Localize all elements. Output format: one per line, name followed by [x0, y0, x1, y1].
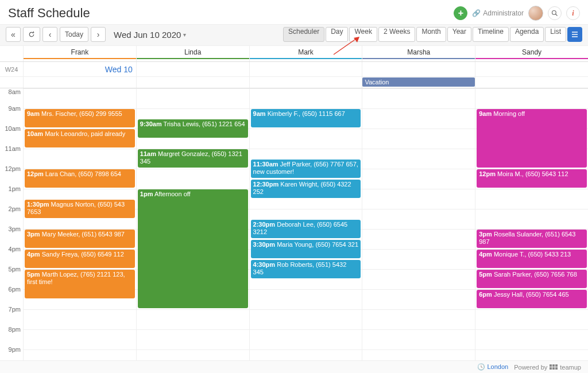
timezone-label[interactable]: London [487, 363, 508, 370]
allday-cell[interactable] [249, 77, 362, 88]
view-btn-agenda[interactable]: Agenda [510, 27, 544, 42]
event-time: 4pm [27, 251, 40, 258]
staff-name: Linda [184, 48, 201, 56]
view-btn-day[interactable]: Day [326, 27, 348, 42]
add-button[interactable]: + [454, 6, 467, 20]
view-btn-list[interactable]: List [545, 27, 566, 42]
date-cell[interactable] [362, 62, 475, 77]
menu-button[interactable] [567, 27, 582, 42]
event-time: 2:30pm [253, 221, 276, 228]
event[interactable]: 9am Mrs. Fischer, (650) 299 9555 [25, 109, 135, 127]
event-title: Kimberly F., (650) 1115 667 [268, 110, 345, 117]
staff-col-mark[interactable]: Mark [249, 46, 362, 61]
view-btn-week[interactable]: Week [349, 27, 377, 42]
event-time: 11am [140, 150, 156, 157]
first-button[interactable]: « [6, 27, 21, 42]
menu-icon [571, 30, 579, 38]
event[interactable]: 11am Margret Gonzalez, (650) 1321 345 [138, 149, 248, 168]
event-time: 1pm [140, 191, 153, 197]
toolbar-left: « ‹ Today › Wed Jun 10 2020 ▾ [6, 27, 186, 42]
allday-cell-marsha[interactable]: Vacation [362, 77, 475, 88]
event[interactable]: 3pm Rosella Sulander, (651) 6543 987 [477, 230, 587, 248]
event[interactable]: 11:30am Jeff Parker, (656) 7767 657, new… [251, 160, 361, 178]
admin-label: Administrator [483, 9, 524, 17]
allday-cell[interactable] [136, 77, 249, 88]
staff-col-marsha[interactable]: Marsha [362, 46, 475, 61]
event-time: 12:30pm [253, 181, 279, 188]
hour-label: 9pm [9, 346, 21, 353]
event[interactable]: 4pm Sandy Freya, (650) 6549 112 [25, 250, 135, 268]
allday-event-vacation[interactable]: Vacation [362, 77, 475, 87]
event[interactable]: 12:30pm Karen Wright, (650) 4322 252 [251, 180, 361, 198]
event[interactable]: 2:30pm Deborah Lee, (650) 6545 3212 [251, 220, 361, 238]
event[interactable]: 9am Kimberly F., (650) 1115 667 [251, 109, 361, 127]
grid-col-marsha[interactable] [362, 88, 475, 370]
search-button[interactable] [548, 6, 562, 20]
event-title: Moira M., (650) 5643 112 [497, 170, 568, 177]
event[interactable]: 9am Morning off [477, 109, 587, 168]
toolbar: « ‹ Today › Wed Jun 10 2020 ▾ SchedulerD… [0, 24, 588, 46]
event[interactable]: 12pm Moira M., (650) 5643 112 [477, 169, 587, 188]
view-btn-year[interactable]: Year [447, 27, 471, 42]
event[interactable]: 5pm Sarah Parker, (650) 7656 768 [477, 270, 587, 288]
footer: 🕓 London Powered by teamup [0, 360, 588, 373]
event-time: 3:30pm [253, 241, 276, 248]
event[interactable]: 6pm Jessy Hall, (650) 7654 465 [477, 290, 587, 308]
admin-link[interactable]: 🔗 Administrator [472, 9, 524, 17]
grid-col-mark[interactable]: 9am Kimberly F., (650) 1115 66711:30am J… [249, 88, 362, 370]
hour-label: 4pm [9, 246, 21, 252]
event-time: 4:30pm [253, 261, 276, 268]
hour-label: 6pm [9, 286, 21, 293]
date-cell[interactable] [475, 62, 588, 77]
date-cell-label[interactable]: Wed 10 [23, 62, 136, 77]
avatar[interactable] [528, 6, 543, 21]
event-time: 5pm [27, 271, 40, 278]
staff-col-linda[interactable]: Linda [136, 46, 249, 61]
event-time: 12pm [27, 170, 44, 177]
brand-label[interactable]: teamup [560, 364, 581, 371]
event-time: 12pm [479, 170, 496, 177]
hour-label: 2pm [9, 205, 21, 212]
view-btn-2-weeks[interactable]: 2 Weeks [378, 27, 415, 42]
event-time: 6pm [479, 291, 492, 298]
event-title: Sarah Parker, (650) 7656 768 [494, 271, 577, 278]
date-cell[interactable] [249, 62, 362, 77]
timezone-link[interactable]: 🕓 London [477, 363, 508, 371]
info-button[interactable]: i [566, 6, 580, 20]
event-title: Sandy Freya, (650) 6549 112 [42, 251, 124, 258]
hour-label: 1pm [9, 185, 21, 192]
event[interactable]: 4:30pm Rob Roberts, (651) 5432 345 [251, 260, 361, 278]
staff-name: Frank [71, 48, 89, 56]
event[interactable]: 1pm Afternoon off [138, 189, 248, 308]
event-time: 11:30am [253, 161, 278, 168]
view-btn-timeline[interactable]: Timeline [473, 27, 509, 42]
event-time: 1:30pm [27, 201, 49, 208]
event[interactable]: 9:30am Trisha Lewis, (651) 1221 654 [138, 119, 248, 138]
refresh-button[interactable] [23, 27, 40, 42]
prev-button[interactable]: ‹ [42, 27, 57, 42]
staff-col-sandy[interactable]: Sandy [475, 46, 588, 61]
grid-col-frank[interactable]: 9am Mrs. Fischer, (650) 299 955510am Mar… [23, 88, 136, 370]
allday-cell[interactable] [475, 77, 588, 88]
allday-cell[interactable] [23, 77, 136, 88]
event[interactable]: 4pm Monique T., (650) 5433 213 [477, 250, 587, 268]
staff-col-frank[interactable]: Frank [23, 46, 136, 61]
next-button[interactable]: › [91, 27, 106, 42]
event[interactable]: 10am Mark Leoandro, paid already [25, 129, 135, 147]
view-btn-scheduler[interactable]: Scheduler [283, 27, 324, 42]
hour-label: 8am [9, 88, 21, 95]
today-button[interactable]: Today [60, 27, 88, 42]
date-cell[interactable] [136, 62, 249, 77]
event[interactable]: 3pm Mary Meeker, (651) 6543 987 [25, 230, 135, 248]
grid-col-linda[interactable]: 9:30am Trisha Lewis, (651) 1221 65411am … [136, 88, 249, 370]
toolbar-right: SchedulerDayWeek2 WeeksMonthYearTimeline… [283, 27, 582, 42]
grid-col-sandy[interactable]: 9am Morning off12pm Moira M., (650) 5643… [475, 88, 588, 370]
allday-gutter [0, 77, 23, 88]
event[interactable]: 12pm Lara Chan, (650) 7898 654 [25, 169, 135, 188]
event[interactable]: 1:30pm Magnus Norton, (650) 543 7653 [25, 200, 135, 218]
view-btn-month[interactable]: Month [416, 27, 446, 42]
date-picker[interactable]: Wed Jun 10 2020 ▾ [114, 30, 186, 40]
event-title: Morning off [493, 110, 525, 117]
event[interactable]: 5pm Marth Lopez, (765) 2121 123, first t… [25, 270, 135, 298]
event[interactable]: 3:30pm Maria Young, (650) 7654 321 [251, 240, 361, 258]
